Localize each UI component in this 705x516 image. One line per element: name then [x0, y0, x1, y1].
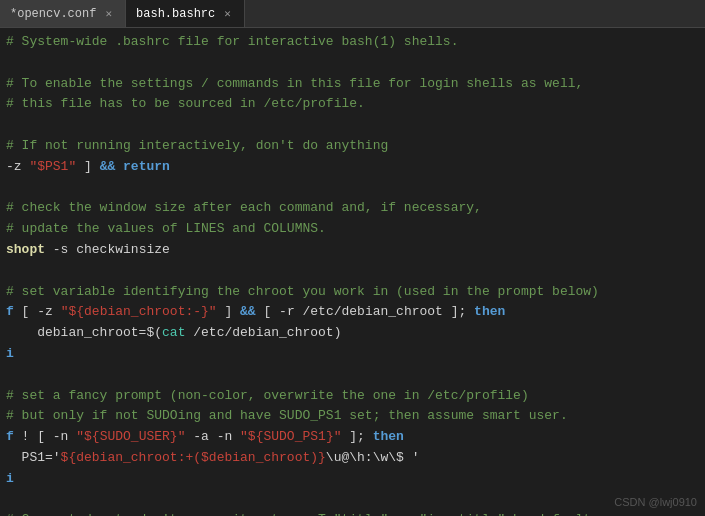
line-9: # set variable identifying the chroot yo…	[6, 282, 701, 303]
line-11: debian_chroot=$(cat /etc/debian_chroot)	[6, 323, 701, 344]
tab-opencv-close[interactable]: ✕	[102, 6, 115, 21]
tab-opencv-label: *opencv.conf	[10, 7, 96, 21]
line-empty-4	[6, 261, 701, 282]
tab-opencv[interactable]: *opencv.conf ✕	[0, 0, 126, 27]
tab-bashrc-close[interactable]: ✕	[221, 6, 234, 21]
line-15: f ! [ -n "${SUDO_USER}" -a -n "${SUDO_PS…	[6, 427, 701, 448]
line-empty-6	[6, 490, 701, 511]
tab-bashrc[interactable]: bash.bashrc ✕	[126, 0, 245, 27]
line-6: # check the window size after each comma…	[6, 198, 701, 219]
watermark: CSDN @lwj0910	[614, 496, 697, 508]
line-13: # set a fancy prompt (non-color, overwri…	[6, 386, 701, 407]
line-16: PS1='${debian_chroot:+($debian_chroot)}\…	[6, 448, 701, 469]
line-18: # Commented out, don't overwrite xterm -…	[6, 510, 701, 516]
line-2: # To enable the settings / commands in t…	[6, 74, 701, 95]
line-3: # this file has to be sourced in /etc/pr…	[6, 94, 701, 115]
line-8: shopt -s checkwinsize	[6, 240, 701, 261]
line-12: i	[6, 344, 701, 365]
tab-bashrc-label: bash.bashrc	[136, 7, 215, 21]
line-empty-3	[6, 178, 701, 199]
line-empty-5	[6, 365, 701, 386]
line-empty-2	[6, 115, 701, 136]
editor-content: # System-wide .bashrc file for interacti…	[0, 28, 705, 516]
line-10: f [ -z "${debian_chroot:-}" ] && [ -r /e…	[6, 302, 701, 323]
line-empty-1	[6, 53, 701, 74]
line-1: # System-wide .bashrc file for interacti…	[6, 32, 701, 53]
line-14: # but only if not SUDOing and have SUDO_…	[6, 406, 701, 427]
line-7: # update the values of LINES and COLUMNS…	[6, 219, 701, 240]
tab-bar: *opencv.conf ✕ bash.bashrc ✕	[0, 0, 705, 28]
line-5: -z "$PS1" ] && return	[6, 157, 701, 178]
line-17: i	[6, 469, 701, 490]
line-4: # If not running interactively, don't do…	[6, 136, 701, 157]
